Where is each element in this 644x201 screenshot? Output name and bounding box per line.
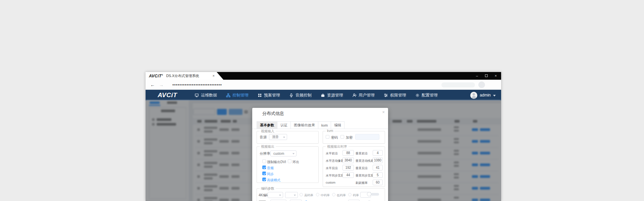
password-label: 密码 <box>331 135 338 140</box>
encode-toggle[interactable] <box>367 192 379 197</box>
group-legend: 编码参数 <box>260 186 276 191</box>
h-back-porch-input[interactable]: 192 <box>342 165 354 171</box>
audio-source-select[interactable]: 混音 <box>269 134 287 140</box>
dialog-tabs: 基本参数 认证 图像输出效果 kvm 编辑 <box>257 121 344 129</box>
h-front-porch-input[interactable]: 88 <box>342 150 354 156</box>
advanced-mode-label: 高级模式 <box>267 178 280 183</box>
refresh-rate-label: 刷新频率 <box>356 181 368 185</box>
mid-bitrate-radio[interactable] <box>316 193 319 196</box>
dialog-title: 分布式信息 <box>262 111 284 117</box>
encode-params-group: 编码参数 4K编码 高码率 中码率 低码率 码率 <box>257 188 385 201</box>
tab-close-icon[interactable]: × <box>213 74 215 78</box>
tab-auth[interactable]: 认证 <box>277 121 291 129</box>
maximize-icon <box>485 74 488 77</box>
nav-item-plan-management[interactable]: 预案管理 <box>258 92 280 98</box>
resolution-select[interactable]: custom <box>270 150 297 156</box>
force-dvi-checkbox[interactable] <box>262 159 266 163</box>
window-controls: – × <box>475 72 501 80</box>
v-front-porch-input[interactable]: 4 <box>373 150 383 156</box>
tab-edit[interactable]: 编辑 <box>331 121 344 129</box>
row2-input-2[interactable] <box>348 200 360 201</box>
encode-select-2[interactable] <box>285 192 298 198</box>
h-active-pixels-input[interactable]: 3840 <box>342 157 354 163</box>
mid-bitrate-label: 中码率 <box>321 193 330 198</box>
desktop: AVCiT® DS.X分布式管理系统 × – × ← → ***********… <box>0 0 644 201</box>
address-input[interactable]: **************************** <box>172 82 222 87</box>
custom-bitrate-radio[interactable] <box>348 193 352 196</box>
minimize-button[interactable]: – <box>475 74 479 78</box>
v-back-porch-input[interactable]: 41 <box>373 165 383 171</box>
force-dvi-label: 强制输出DVI <box>267 160 286 164</box>
tab-image-output-effect[interactable]: 图像输出效果 <box>291 121 318 129</box>
group-legend: 视频输入 <box>260 129 276 134</box>
registered-mark: ® <box>162 74 163 76</box>
audio-checkbox[interactable] <box>262 165 266 169</box>
advanced-mode-checkbox[interactable] <box>262 178 266 181</box>
audio-label: 音频 <box>267 166 274 171</box>
h-sync-width-input[interactable]: 44 <box>342 172 354 178</box>
toggle-knob <box>367 192 371 196</box>
custom-bitrate-label: 码率 <box>353 193 359 198</box>
nav-item-label: 资源管理 <box>327 92 343 98</box>
nav-item-operations-data[interactable]: 运维数据 <box>195 92 217 98</box>
tab-kvm[interactable]: kvm <box>318 121 331 129</box>
kvm-password-input[interactable] <box>355 134 379 140</box>
v-front-porch-label: 垂直前沿 <box>356 151 368 156</box>
nav-item-control-management[interactable]: 控制管理 <box>226 92 249 98</box>
mic-icon <box>289 93 293 97</box>
grid-icon <box>258 93 262 97</box>
loop-out-label: 环出 <box>292 160 299 164</box>
nav-item-label: 用户管理 <box>359 92 375 98</box>
user-menu[interactable]: admin <box>470 92 496 99</box>
avatar <box>470 92 477 99</box>
h-active-pixels-label: 水平活动像素 <box>326 159 344 163</box>
password-checkbox[interactable] <box>326 135 329 139</box>
navbar-logo: AVCiT <box>158 91 177 99</box>
audio-source-label: 音源 <box>260 135 267 140</box>
close-button[interactable]: × <box>494 74 498 78</box>
refresh-rate-input[interactable]: 60 <box>373 180 383 185</box>
tab-basic-params[interactable]: 基本参数 <box>257 121 277 129</box>
encrypt-checkbox[interactable] <box>340 135 344 139</box>
browser-tab[interactable]: AVCiT® DS.X分布式管理系统 × <box>146 72 223 80</box>
row2-input[interactable] <box>270 200 286 201</box>
h-sync-width-label: 水平同步宽度 <box>326 174 344 178</box>
group-legend: 视频输出 <box>260 144 276 149</box>
nav-item-audio-control[interactable]: 音频控制 <box>289 92 312 98</box>
v-active-lines-input[interactable]: 1080 <box>373 157 383 163</box>
maximize-button[interactable] <box>484 74 488 78</box>
video-timing-group: 视频输出时序 水平前沿 88 垂直前沿 4 水平活动像素 3840 垂直活动线条… <box>323 146 385 187</box>
high-bitrate-radio[interactable] <box>300 193 303 196</box>
monitor-icon <box>195 93 199 97</box>
nav-item-config-management[interactable]: 配置管理 <box>415 92 438 98</box>
encode-select-1[interactable] <box>268 192 283 198</box>
timing-row: 水平同步宽度 44 垂直同步宽度 5 <box>323 172 385 178</box>
encrypt-label: 加密 <box>346 135 353 140</box>
username: admin <box>480 93 491 97</box>
nav-item-user-management[interactable]: 用户管理 <box>352 92 375 98</box>
browser-addressbar: ← → **************************** <box>146 80 501 90</box>
h-back-porch-label: 水平后沿 <box>326 166 338 171</box>
loop-out-checkbox[interactable] <box>288 159 291 163</box>
nav-item-permission-management[interactable]: 权限管理 <box>384 92 406 98</box>
sync-checkbox[interactable] <box>262 172 266 175</box>
forward-icon[interactable]: → <box>159 82 164 87</box>
sync-label: 同步 <box>267 172 274 177</box>
nav-item-label: 运维数据 <box>201 92 217 98</box>
nav-item-label: 预案管理 <box>264 92 280 98</box>
v-sync-width-input[interactable]: 5 <box>373 172 383 178</box>
timing-row: custom 刷新频率 60 <box>323 180 385 186</box>
video-input-group: 视频输入 音源 混音 <box>257 131 319 144</box>
low-bitrate-radio[interactable] <box>332 193 335 196</box>
back-icon[interactable]: ← <box>150 82 155 87</box>
dialog-close-icon[interactable]: × <box>382 110 385 115</box>
row2-select[interactable] <box>290 200 302 201</box>
toggle-track <box>371 193 379 196</box>
group-legend: 视频输出时序 <box>326 144 348 149</box>
gear-icon <box>415 93 420 97</box>
v-sync-width-label: 垂直同步宽度 <box>356 174 374 178</box>
nav-item-resource-management[interactable]: 资源管理 <box>321 92 343 98</box>
profile-circle-icon[interactable] <box>478 81 485 88</box>
h-front-porch-label: 水平前沿 <box>326 151 338 156</box>
nav-item-label: 音频控制 <box>296 92 312 98</box>
